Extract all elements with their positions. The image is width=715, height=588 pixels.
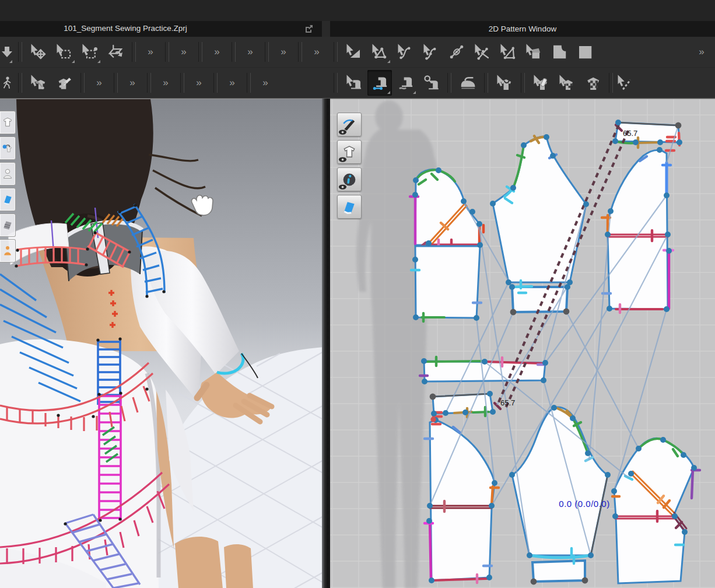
avatar-pose-button[interactable] <box>0 239 16 262</box>
show-information-toggle[interactable] <box>337 167 362 191</box>
collapsed-group-chevron[interactable] <box>121 77 143 89</box>
toolbar-separator <box>609 73 613 93</box>
pen-on-garment-tool-button[interactable] <box>52 70 76 96</box>
edit-curvature-tool-button[interactable] <box>393 39 418 65</box>
toolbar-separator <box>18 73 22 93</box>
tab-bar: 101_Segment Sewing Practice.Zprj 2D Patt… <box>0 21 715 37</box>
free-sewing-tool-button[interactable] <box>393 70 418 96</box>
show-fabric-toggle[interactable] <box>337 195 362 219</box>
eye-icon <box>338 156 347 163</box>
make-rectangle-tool-button[interactable] <box>573 39 597 65</box>
edit-sewing-tool-button[interactable] <box>342 70 366 96</box>
display-toggle-strip-3d <box>0 111 16 265</box>
toolbar-separator <box>132 42 136 62</box>
collapsed-group-chevron[interactable] <box>173 46 195 58</box>
collapsed-group-chevron[interactable] <box>88 77 110 89</box>
toolbar-separator <box>447 73 451 93</box>
texture-roller-tool-button[interactable] <box>529 70 553 96</box>
undock-window-icon[interactable] <box>304 24 314 33</box>
scene-2d: 65.7 65.7 0.0 (0.0/0.0) <box>330 99 715 588</box>
detail-sewing-tool-button[interactable] <box>419 70 443 96</box>
clo3d-application: 101_Segment Sewing Practice.Zprj 2D Patt… <box>0 0 715 588</box>
tack-tool-button[interactable] <box>616 70 634 96</box>
sewing-visibility-button[interactable] <box>0 136 16 160</box>
collapsed-group-chevron[interactable] <box>691 46 713 58</box>
walk-avatar-tool-button[interactable] <box>0 70 14 96</box>
texture-shirt-icon <box>584 74 601 92</box>
pattern-page-tool-button[interactable] <box>547 39 572 65</box>
toolbar-separator <box>521 73 525 93</box>
collapsed-group-chevron[interactable] <box>239 46 261 58</box>
edit-texture-shirt-tool-button[interactable] <box>555 70 579 96</box>
garment-visibility-button[interactable] <box>0 111 16 134</box>
collapsed-group-chevron[interactable] <box>306 46 328 58</box>
free-sewing-icon <box>397 74 414 92</box>
pattern-panel-top-left[interactable] <box>411 246 481 321</box>
fabric-gray-button[interactable] <box>0 214 16 237</box>
trace-pattern-tool-button[interactable] <box>521 39 546 65</box>
toolbar-separator <box>298 42 302 62</box>
display-toggle-strip-2d <box>337 113 362 222</box>
toolbar-separator <box>18 42 22 62</box>
seam-length-label-mid: 65.7 <box>500 398 515 407</box>
tab-3d-project[interactable]: 101_Segment Sewing Practice.Zprj <box>0 21 322 37</box>
transform-pattern-icon <box>345 43 363 61</box>
select-garment-tool-button[interactable] <box>492 70 517 96</box>
tab-2d-pattern-window[interactable]: 2D Pattern Window <box>330 21 715 37</box>
walk-avatar-icon <box>0 74 14 92</box>
import-arrow-button[interactable] <box>0 39 14 65</box>
window-top-strip <box>0 0 715 21</box>
edit-curve-point-tool-button[interactable] <box>419 39 443 65</box>
tack-icon <box>616 74 634 92</box>
avatar-visibility-button[interactable] <box>0 162 16 186</box>
collapsed-group-chevron[interactable] <box>272 46 295 58</box>
transform-pattern-tool-button[interactable] <box>342 39 366 65</box>
add-point-tool-button[interactable] <box>444 39 469 65</box>
toolbar-separator <box>334 42 338 62</box>
select-move-tool-button[interactable] <box>26 39 51 65</box>
toolbar-row-2 <box>0 68 715 99</box>
fabric-blue-button[interactable] <box>0 188 16 211</box>
iron-icon <box>459 74 476 92</box>
toolbar-separator <box>247 73 251 93</box>
make-polygon-icon <box>499 43 517 61</box>
scene-3d <box>0 99 322 588</box>
show-sewing-toggle[interactable] <box>337 113 362 136</box>
segment-sewing-tool-button[interactable] <box>367 70 392 96</box>
toolbar-separator <box>114 73 118 93</box>
collapsed-group-chevron[interactable] <box>254 77 276 89</box>
transform-rect-tool-button[interactable] <box>78 39 102 65</box>
collapsed-group-chevron[interactable] <box>155 77 177 89</box>
collapsed-group-chevron[interactable] <box>139 46 162 58</box>
select-mesh-curve-icon <box>30 74 47 92</box>
toolbar-separator <box>232 42 236 62</box>
trace-pattern-icon <box>525 43 542 61</box>
show-patterns-toggle[interactable] <box>337 140 362 164</box>
sewing-icon <box>2 142 13 154</box>
panel-divider[interactable] <box>322 99 330 588</box>
collapsed-group-chevron[interactable] <box>221 77 243 89</box>
rect-select-icon <box>55 43 73 61</box>
texture-shirt-tool-button[interactable] <box>580 70 605 96</box>
toolbar-separator <box>165 42 169 62</box>
viewport-3d[interactable] <box>0 99 322 588</box>
cut-lines-icon <box>474 43 491 61</box>
select-move-icon <box>30 43 47 61</box>
pattern-window-title: 2D Pattern Window <box>489 24 556 33</box>
toolbar-separator <box>80 73 85 93</box>
eye-icon <box>338 129 347 135</box>
edit-sewing-icon <box>345 74 363 92</box>
iron-tool-button[interactable] <box>455 70 480 96</box>
add-point-icon <box>448 43 465 61</box>
edit-pattern-tool-button[interactable] <box>367 39 392 65</box>
collapsed-group-chevron[interactable] <box>188 77 210 89</box>
orbit-view-tool-button[interactable] <box>103 39 128 65</box>
make-polygon-tool-button[interactable] <box>496 39 520 65</box>
cut-lines-tool-button[interactable] <box>470 39 495 65</box>
viewport-2d-pattern[interactable]: 65.7 65.7 0.0 (0.0/0.0) <box>330 99 715 588</box>
orbit-view-icon <box>107 43 124 61</box>
select-mesh-curve-tool-button[interactable] <box>26 70 51 96</box>
avatar-pose-icon <box>2 245 13 257</box>
rect-select-tool-button[interactable] <box>52 39 76 65</box>
collapsed-group-chevron[interactable] <box>206 46 228 58</box>
